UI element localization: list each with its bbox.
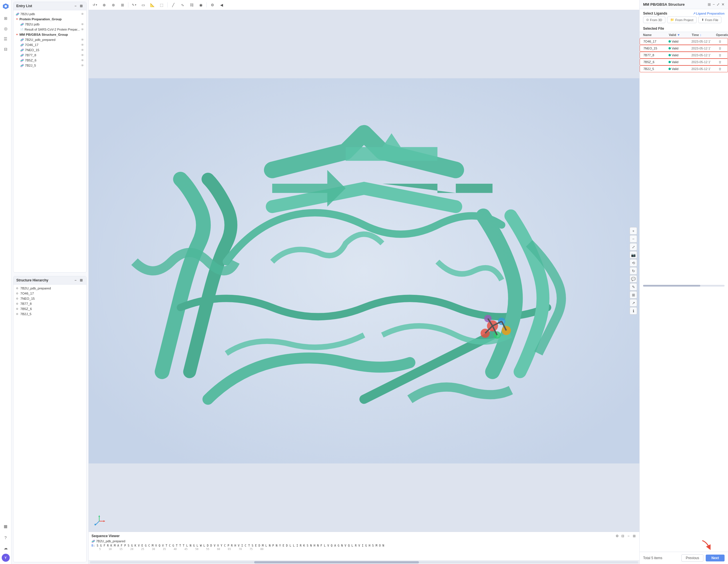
- select-tool[interactable]: ⊕: [100, 1, 108, 9]
- row-delete[interactable]: 🗑: [716, 60, 724, 64]
- previous-button[interactable]: Previous: [681, 554, 703, 562]
- info-button[interactable]: ℹ: [630, 307, 637, 314]
- settings-tool[interactable]: ⚙: [208, 1, 216, 9]
- list-item[interactable]: 7O46_17: [13, 291, 86, 296]
- table-row[interactable]: 7B5Z_6 Valid 2023-05-12 1' 🗑: [640, 59, 728, 65]
- seq-expand-icon[interactable]: ⊞: [632, 534, 636, 538]
- row-delete[interactable]: 🗑: [716, 53, 724, 57]
- seq-minimize-icon[interactable]: −: [626, 534, 631, 538]
- rotate-tool[interactable]: ↺ ▾: [91, 3, 99, 7]
- h-scrollbar-rp[interactable]: [643, 285, 725, 286]
- list-item[interactable]: 7B2U_pdb_prepared: [13, 286, 86, 291]
- edit-button[interactable]: ✎: [630, 283, 637, 290]
- molecules-icon[interactable]: ◎: [1, 24, 10, 33]
- list-item[interactable]: 7NEO_15: [13, 296, 86, 301]
- help-icon[interactable]: ?: [1, 533, 10, 542]
- bond-tool[interactable]: ⊞: [118, 1, 126, 9]
- list-item[interactable]: 🧬 7B2U.pdb 👁: [13, 11, 86, 17]
- tab-from3d[interactable]: ⊙ From 3D: [643, 17, 665, 23]
- transform-button[interactable]: ⊞: [630, 291, 637, 298]
- user-avatar[interactable]: Y: [2, 554, 10, 562]
- seq-fit-icon[interactable]: ⊟: [620, 534, 625, 538]
- list-item[interactable]: 🧬 7B2J_5 👁: [13, 63, 86, 68]
- list-item[interactable]: 🧬 7B77_8 👁: [13, 53, 86, 58]
- list-icon[interactable]: ☰: [1, 34, 10, 43]
- eye-icon[interactable]: 👁: [81, 28, 84, 31]
- eye-icon[interactable]: 👁: [81, 43, 84, 47]
- share-button[interactable]: ↗: [630, 299, 637, 306]
- row-delete[interactable]: 🗑: [716, 47, 724, 50]
- zoom-out-button[interactable]: −: [630, 235, 637, 243]
- cloud-icon[interactable]: ☁: [1, 543, 10, 553]
- h-scroll-thumb-rp: [643, 285, 700, 286]
- close-icon[interactable]: ✕: [721, 2, 725, 7]
- maximize-icon[interactable]: ⤢: [717, 2, 720, 7]
- file-icon: 🧬: [20, 38, 24, 41]
- col-time-header[interactable]: Time ↕: [692, 33, 716, 37]
- structure-hierarchy-expand[interactable]: ⊞: [79, 278, 83, 282]
- reset-view-button[interactable]: ⟲: [630, 259, 637, 267]
- sphere-tool[interactable]: ◉: [197, 1, 205, 9]
- entry-name: 7B77_8: [25, 53, 36, 57]
- table-row[interactable]: 7B2J_5 Valid 2023-05-12 1' 🗑: [640, 65, 728, 72]
- list-item[interactable]: 🧬 7O46_17 👁: [13, 42, 86, 47]
- draw-tool[interactable]: ✎ ▾: [130, 3, 138, 7]
- atom-tool[interactable]: ⊛: [109, 1, 117, 9]
- rect-select-tool[interactable]: ▭: [139, 1, 147, 9]
- tab-fromfile[interactable]: ⬆ From File: [698, 17, 721, 23]
- copy-icon[interactable]: ⊞: [708, 2, 711, 7]
- list-item[interactable]: ▼ Protein Preparation_Group: [13, 17, 86, 22]
- comment-button[interactable]: 💬: [630, 275, 637, 282]
- list-item[interactable]: 🧬 7B2U_pdb_prepared 👁: [13, 37, 86, 42]
- eye-icon[interactable]: 👁: [81, 38, 84, 41]
- link-tool[interactable]: ⛓: [188, 1, 196, 9]
- fit-view-button[interactable]: ⤢: [630, 243, 637, 251]
- minimize-icon[interactable]: −: [713, 2, 715, 7]
- seq-settings-icon[interactable]: ⚙: [615, 534, 619, 538]
- tab-fromproject[interactable]: 📁 From Project: [667, 17, 697, 23]
- eye-icon[interactable]: 👁: [81, 59, 84, 62]
- entry-list-expand[interactable]: ⊞: [79, 4, 83, 8]
- list-item[interactable]: 🧬 7B5Z_6 👁: [13, 58, 86, 63]
- screenshot-button[interactable]: 📷: [630, 251, 637, 259]
- list-item[interactable]: 🧬 7NEO_15 👁: [13, 47, 86, 53]
- col-valid-header[interactable]: Valid ▼: [669, 33, 692, 37]
- eye-icon[interactable]: 👁: [81, 64, 84, 67]
- chart-icon[interactable]: ▦: [1, 522, 10, 531]
- row-delete[interactable]: 🗑: [716, 40, 724, 43]
- row-time: 2023-05-12 1': [691, 67, 716, 71]
- logo-icon[interactable]: [2, 2, 10, 10]
- ligand-prep-link[interactable]: ↗ Ligand Preparation: [693, 12, 725, 15]
- back-tool[interactable]: ◀: [218, 1, 226, 9]
- h-scrollbar[interactable]: [89, 560, 639, 564]
- entry-list-minimize[interactable]: −: [73, 4, 78, 8]
- list-item[interactable]: 🧬 7B2U.pdb 👁: [13, 22, 86, 27]
- table-row[interactable]: 7NEO_15 Valid 2023-05-12 1' 🗑: [640, 45, 728, 52]
- valid-text: Valid: [672, 53, 679, 57]
- spin-button[interactable]: ↻: [630, 267, 637, 275]
- table-icon[interactable]: ⊟: [1, 45, 10, 54]
- arrow-indicator: [640, 539, 728, 552]
- row-delete[interactable]: 🗑: [716, 67, 724, 71]
- line-tool[interactable]: ╱: [169, 1, 177, 9]
- mol-viewer[interactable]: + − ⤢ 📷 ⟲ ↻ 💬 ✎ ⊞ ↗ ℹ: [89, 10, 639, 532]
- eye-icon[interactable]: 👁: [81, 23, 84, 26]
- table-row[interactable]: 7O46_17 Valid 2023-05-12 1' 🗑: [640, 38, 728, 45]
- list-item[interactable]: 7B77_8: [13, 301, 86, 306]
- eye-icon[interactable]: 👁: [81, 12, 84, 16]
- list-item[interactable]: ▼ MM PB/GBSA Structure_Group: [13, 32, 86, 37]
- label-tool[interactable]: ⬚: [158, 1, 166, 9]
- structure-hierarchy-minimize[interactable]: −: [73, 278, 78, 282]
- eye-icon[interactable]: 👁: [81, 48, 84, 52]
- zoom-in-button[interactable]: +: [630, 227, 637, 235]
- next-button[interactable]: Next: [706, 555, 725, 561]
- curve-tool[interactable]: ∿: [178, 1, 186, 9]
- list-item[interactable]: 📄 Result of SARS-CoV-2 Protein Prepar...…: [13, 27, 86, 32]
- list-item[interactable]: 7B5Z_6: [13, 306, 86, 311]
- table-row[interactable]: 7B77_8 Valid 2023-05-12 1' 🗑: [640, 52, 728, 59]
- h-scroll-knob[interactable]: [254, 561, 419, 563]
- list-item[interactable]: 7B2J_5: [13, 311, 86, 316]
- measure-tool[interactable]: 📐: [148, 1, 156, 9]
- eye-icon[interactable]: 👁: [81, 53, 84, 57]
- home-icon[interactable]: ⊞: [1, 14, 10, 23]
